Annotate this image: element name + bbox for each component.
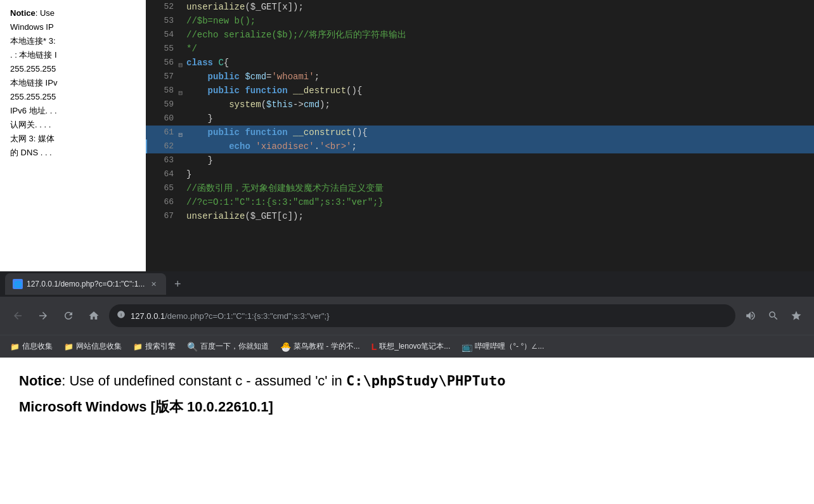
read-aloud-icon [745,310,756,321]
bookmark-label-2: 网站信息收集 [76,341,122,352]
address-bar-container[interactable]: i 127.0.0.1/demo.php?c=O:1:"C":1:{s:3:"c… [109,304,735,327]
line-content: unserialize($_GET[x]); [184,0,304,14]
info-icon: i [117,310,126,321]
home-icon [88,310,100,321]
bookmark-folder-icon-3: 📁 [133,342,143,351]
version-line: Microsoft Windows [版本 10.0.22610.1] [19,397,795,417]
bookmark-item-2[interactable]: 📁 网站信息收集 [59,339,127,354]
svg-text:🌐: 🌐 [14,280,22,288]
line-number: 63 [146,153,184,167]
line-content: */ [184,42,197,56]
line-number: 52 [146,0,184,14]
tab-close-button[interactable]: ✕ [148,279,158,289]
read-aloud-button[interactable] [740,306,761,326]
bookmark-folder-icon-1: 📁 [10,342,20,351]
tab-favicon-icon: 🌐 [13,279,23,289]
star-icon [791,310,802,321]
tab-title: 127.0.0.1/demo.php?c=O:1:"C":1... [27,280,145,288]
left-panel-line: Windows IP [10,20,136,34]
code-line-61: 61 ⊟ public function __construct(){ [146,126,814,139]
browser-chrome: 🌐 127.0.0.1/demo.php?c=O:1:"C":1... ✕ + [0,271,814,335]
line-number: 62 [146,139,184,153]
code-line-66: 66 //?c=O:1:"C":1:{s:3:"cmd";s:3:"ver";} [146,195,814,209]
bookmark-icon-5: 🐣 [280,342,291,352]
browser-tab[interactable]: 🌐 127.0.0.1/demo.php?c=O:1:"C":1... ✕ [5,273,166,295]
code-line-59: 59 system($this->cmd); [146,98,814,112]
bookmark-label-5: 菜鸟教程 - 学的不... [294,341,360,352]
notice-line-1: Notice: Use of undefined constant c - as… [19,370,795,391]
code-line-62: 62 echo 'xiaodisec'.'<br>'; [146,139,814,153]
line-content: public $cmd='whoami'; [184,70,320,84]
line-content: } [184,167,191,181]
left-panel-line: Notice: Use [10,6,136,20]
left-panel-line: IPv6 地址. . . [10,104,136,118]
code-line-58: 58 ⊟ public function __destruct(){ [146,84,814,98]
line-number: 64 [146,167,184,181]
left-panel-line: 本地链接 IPv [10,76,136,90]
zoom-button[interactable] [763,306,784,326]
line-number: 61 ⊟ [146,126,184,139]
line-content: //?c=O:1:"C":1:{s:3:"cmd";s:3:"ver";} [184,195,384,209]
bookmark-item-5[interactable]: 🐣 菜鸟教程 - 学的不... [275,339,365,354]
code-line-65: 65 //函数引用，无对象创建触发魔术方法自定义变量 [146,181,814,195]
code-line-55: 55 */ [146,42,814,56]
left-panel-line: 本地连接* 3: [10,34,136,48]
bookmark-item-1[interactable]: 📁 信息收集 [5,339,58,354]
refresh-button[interactable] [58,306,79,326]
bookmark-item-7[interactable]: 📺 哔哩哔哩（°- °）∠... [456,339,549,354]
refresh-icon [63,310,74,321]
bookmark-item-3[interactable]: 📁 搜索引擎 [128,339,181,354]
line-number: 58 ⊟ [146,84,184,98]
bookmark-icon-4: 🔍 [187,342,198,352]
line-content: public function __destruct(){ [184,84,362,98]
url-path: /demo.php?c=O:1:"C":1:{s:3:"cmd";s:3:"ve… [165,311,329,321]
left-panel-line: 255.255.255 [10,62,136,76]
line-content: } [184,153,213,167]
bookmark-icon-7: 📺 [462,342,472,352]
notice-path: C:\phpStudy\PHPTuto [346,373,506,389]
line-number: 56 ⊟ [146,56,184,70]
left-panel-line: . : 本地链接 I [10,48,136,62]
new-tab-button[interactable]: + [169,275,186,293]
bookmark-item-6[interactable]: L 联想_lenovo笔记本... [366,339,456,354]
back-arrow-icon [12,310,23,321]
web-content-area: Notice: Use of undefined constant c - as… [0,358,814,504]
line-number: 67 [146,209,184,223]
forward-arrow-icon [37,310,49,321]
line-content: //$b=new b(); [184,14,255,28]
line-number: 59 [146,98,184,112]
bookmark-item-4[interactable]: 🔍 百度一下，你就知道 [182,339,274,354]
code-line-52: 52 unserialize($_GET[x]); [146,0,814,14]
notice-label: Notice [10,8,36,18]
address-bar[interactable]: 127.0.0.1/demo.php?c=O:1:"C":1:{s:3:"cmd… [131,311,728,321]
line-number: 66 [146,195,184,209]
code-line-67: 67 unserialize($_GET[c]); [146,209,814,223]
line-number: 53 [146,14,184,28]
nav-right-icons [740,306,806,326]
line-content: echo 'xiaodisec'.'<br>'; [184,139,357,153]
line-number: 55 [146,42,184,56]
code-line-63: 63 } [146,153,814,167]
code-line-54: 54 //echo serialize($b);//将序列化后的字符串输出 [146,28,814,42]
left-panel-line: 认网关. . . . [10,118,136,132]
line-content: class C{ [184,56,229,70]
tab-bar: 🌐 127.0.0.1/demo.php?c=O:1:"C":1... ✕ + [0,271,814,297]
left-panel: Notice: Use Windows IP 本地连接* 3: . : 本地链接… [0,0,146,271]
line-number: 60 [146,112,184,126]
line-content: unserialize($_GET[c]); [184,209,304,223]
line-content: public function __construct(){ [184,126,368,139]
bookmark-label-7: 哔哩哔哩（°- °）∠... [475,341,544,352]
bookmark-label-1: 信息收集 [22,341,53,352]
forward-button[interactable] [33,306,53,326]
home-button[interactable] [84,306,104,326]
zoom-icon [768,310,779,321]
line-content: } [184,112,213,126]
code-line-64: 64 } [146,167,814,181]
url-domain: 127.0.0.1 [131,311,165,321]
code-editor: 52 unserialize($_GET[x]); 53 //$b=new b(… [146,0,814,271]
line-content: //函数引用，无对象创建触发魔术方法自定义变量 [184,181,384,195]
favorites-button[interactable] [786,306,806,326]
line-content: //echo serialize($b);//将序列化后的字符串输出 [184,28,406,42]
bookmark-label-6: 联想_lenovo笔记本... [379,341,450,352]
back-button[interactable] [8,306,28,326]
